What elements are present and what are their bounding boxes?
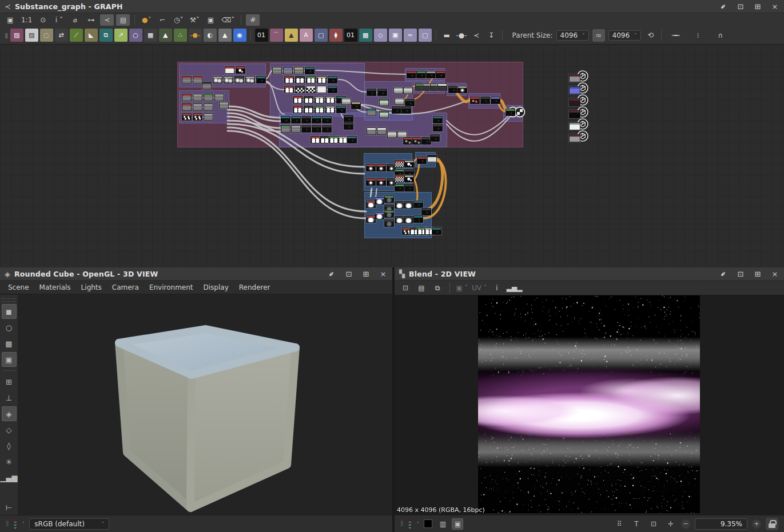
graph-node[interactable] [305,67,315,74]
graph-node[interactable] [430,134,440,142]
graph-node[interactable] [395,175,404,182]
graph-node[interactable] [322,125,332,133]
uv-mode-button[interactable]: UV ˅ [472,282,487,294]
colorspace-select[interactable]: sRGB (default)˅ [29,518,109,530]
graph-node[interactable] [405,99,415,106]
graph-node[interactable] [336,106,346,113]
graph-node[interactable] [375,212,384,219]
view3d-viewport[interactable] [18,295,392,515]
output-node-thumb[interactable] [569,134,580,142]
graph-node[interactable] [437,83,447,91]
graph-node[interactable] [204,94,213,101]
graph-node[interactable] [412,137,422,145]
graph-node[interactable] [182,94,192,101]
fit-view-button[interactable]: ⊡ [648,518,659,530]
node-height-blend-button[interactable]: ▲ [159,29,172,42]
graph-node[interactable] [193,76,202,83]
graph-node[interactable] [234,76,244,83]
graph-node[interactable] [204,103,213,111]
zoom-1-1-button[interactable]: 1:1 [19,14,34,26]
close-button[interactable]: × [770,270,779,278]
node-tile-sampler-button[interactable]: ▦ [144,29,157,42]
graph-node[interactable] [379,111,389,118]
node-text-button[interactable]: A [300,29,313,42]
copy-image-button[interactable]: ⧉ [431,282,444,294]
graph-node[interactable] [395,201,404,209]
graph-node[interactable] [256,76,266,83]
ground-plane-button[interactable]: ◊ [2,438,17,453]
graph-node[interactable] [433,116,443,123]
environment-image-button[interactable]: ▩ [2,336,17,351]
axes-button[interactable]: ⊥ [2,390,17,405]
graph-node[interactable] [366,178,376,186]
graph-node[interactable] [236,66,245,74]
graph-node[interactable] [315,106,324,113]
menu-renderer[interactable]: Renderer [237,283,278,291]
graph-node[interactable] [204,113,213,121]
node-transform-2d-button[interactable]: ⧉ [100,29,113,42]
graph-node[interactable] [413,215,423,223]
node-scatter-button[interactable]: ∴ [174,29,187,42]
node-dot-node-button[interactable]: -●- [189,29,202,42]
graph-node[interactable] [404,160,414,167]
display-settings-button[interactable]: ▣ [2,352,17,367]
rounded-cube-button[interactable]: ◇ [2,422,17,437]
graph-node[interactable] [281,116,290,123]
maximize-button[interactable]: ⊞ [753,270,762,278]
menu-environment[interactable]: Environment [147,283,201,291]
grid-overlay-button[interactable]: ⠿ [614,518,625,530]
thumbnail-display-button[interactable]: ▣ [204,14,217,26]
graph-node[interactable] [403,137,413,145]
graph-node[interactable] [306,76,316,83]
close-button[interactable]: × [379,270,388,278]
graph-node[interactable] [367,109,376,116]
zoom-out-button[interactable]: − [681,519,690,529]
scene-tree-button[interactable]: ⊢ [2,500,17,515]
node-blur-button[interactable]: ◌ [40,29,53,42]
graph-node[interactable] [416,71,426,78]
graph-node[interactable] [193,113,202,121]
maximize-button[interactable]: ⊞ [753,2,762,11]
graph-node[interactable] [325,106,335,113]
graph-node[interactable] [413,201,423,208]
graph-node[interactable] [328,76,337,83]
restore-button[interactable]: ⊡ [736,2,745,11]
graph-node[interactable] [306,86,316,93]
parent-height-select[interactable]: 4096˅ [608,30,641,41]
graph-node[interactable] [395,216,404,223]
parent-width-select[interactable]: 4096˅ [556,30,589,41]
graph-node[interactable] [377,127,387,135]
graph-node[interactable] [404,175,414,182]
graph-node[interactable] [367,127,376,135]
timer-button[interactable]: ◷˅ [172,14,185,26]
graph-node[interactable] [293,106,303,113]
graph-node[interactable] [317,76,327,83]
graph-node[interactable] [317,86,327,93]
graph-node[interactable] [301,116,311,123]
node-pin-marker-button[interactable]: ↧ [485,29,498,42]
histogram-button[interactable]: ▃▅▂ [507,282,523,294]
cube-button[interactable]: ◈ [2,406,17,421]
graph-node[interactable] [392,106,401,114]
node-hsl-color-button[interactable]: ◉ [233,29,246,42]
graph-node[interactable] [304,96,313,103]
graph-node[interactable] [426,71,436,78]
node-frame-plain-button[interactable]: ▢ [419,29,432,42]
graph-node[interactable] [427,155,437,162]
menu-camera[interactable]: Camera [110,283,147,291]
graph-node[interactable] [403,87,413,94]
graph-node[interactable] [272,67,282,74]
node-transform-alt-button[interactable]: ▩ [359,29,372,42]
graph-node[interactable] [295,86,305,93]
graph-node[interactable] [284,86,294,93]
graph-node[interactable] [301,125,311,133]
save-image-button[interactable]: ▤ [415,282,428,294]
node-shape-circle-button[interactable]: ○ [129,29,142,42]
pin-button[interactable]: ✒ [325,267,338,280]
align-vertical-button[interactable]: ⁝ [691,30,705,41]
node-comment-button[interactable]: ▬ [440,29,453,42]
close-button[interactable]: × [770,2,779,11]
colorspace-layers-icon[interactable]: ⌄⌄⌄ [13,519,17,528]
graph-node[interactable] [284,76,294,83]
plane-button[interactable]: ⊞ [2,374,17,389]
